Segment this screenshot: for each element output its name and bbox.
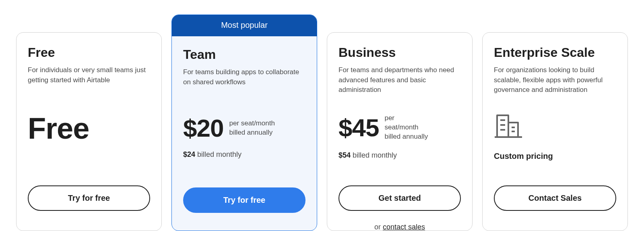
contact-sales-sublink-row: or contact sales bbox=[339, 223, 461, 231]
price-unit-line: seat/month bbox=[384, 123, 428, 132]
svg-rect-1 bbox=[508, 123, 518, 137]
svg-rect-0 bbox=[497, 115, 508, 137]
buildings-icon bbox=[494, 114, 523, 139]
price-amount: $20 bbox=[183, 116, 223, 141]
price-unit-line: billed annually bbox=[384, 132, 428, 142]
price-unit-line: billed annually bbox=[229, 128, 275, 137]
plan-card-business: Business For teams and departments who n… bbox=[327, 32, 473, 231]
price-unit: per seat/month billed annually bbox=[229, 119, 275, 137]
price-amount: $45 bbox=[339, 115, 379, 140]
price-block: $20 per seat/month billed annually $24 b… bbox=[183, 116, 305, 172]
alt-price: $54 billed monthly bbox=[339, 151, 461, 160]
plan-description: For teams and departments who need advan… bbox=[339, 65, 461, 98]
price-free-label: Free bbox=[28, 114, 150, 144]
price-unit-line: per seat/month bbox=[229, 119, 275, 128]
plan-card-free: Free For individuals or very small teams… bbox=[16, 32, 162, 231]
custom-pricing-label: Custom pricing bbox=[494, 152, 616, 161]
alt-price-amount: $54 bbox=[339, 151, 351, 159]
sublink-prefix: or bbox=[374, 223, 383, 231]
try-for-free-button[interactable]: Try for free bbox=[28, 185, 150, 211]
contact-sales-link[interactable]: contact sales bbox=[383, 223, 425, 231]
alt-price-text: billed monthly bbox=[351, 151, 397, 159]
price-block: Free bbox=[28, 114, 150, 170]
most-popular-banner: Most popular bbox=[172, 15, 317, 36]
plan-description: For organizations looking to build scala… bbox=[494, 65, 616, 98]
try-for-free-button[interactable]: Try for free bbox=[183, 187, 305, 213]
plan-name: Free bbox=[28, 46, 150, 60]
price-unit: per seat/month billed annually bbox=[384, 114, 428, 142]
price-block: Custom pricing bbox=[494, 114, 616, 170]
contact-sales-button[interactable]: Contact Sales bbox=[494, 185, 616, 211]
plan-card-team: Most popular Team For teams building app… bbox=[171, 15, 317, 231]
alt-price-amount: $24 bbox=[183, 150, 195, 158]
price-block: $45 per seat/month billed annually $54 b… bbox=[339, 114, 461, 170]
plan-description: For individuals or very small teams just… bbox=[28, 65, 150, 98]
get-started-button[interactable]: Get started bbox=[339, 185, 461, 211]
plan-card-enterprise: Enterprise Scale For organizations looki… bbox=[482, 32, 628, 231]
plan-name: Enterprise Scale bbox=[494, 46, 616, 60]
plan-description: For teams building apps to collaborate o… bbox=[183, 67, 305, 100]
plan-name: Team bbox=[183, 48, 305, 62]
alt-price-text: billed monthly bbox=[195, 150, 242, 158]
pricing-row: Free For individuals or very small teams… bbox=[0, 0, 644, 231]
alt-price: $24 billed monthly bbox=[183, 150, 305, 159]
price-unit-line: per bbox=[384, 114, 428, 123]
plan-name: Business bbox=[339, 46, 461, 60]
